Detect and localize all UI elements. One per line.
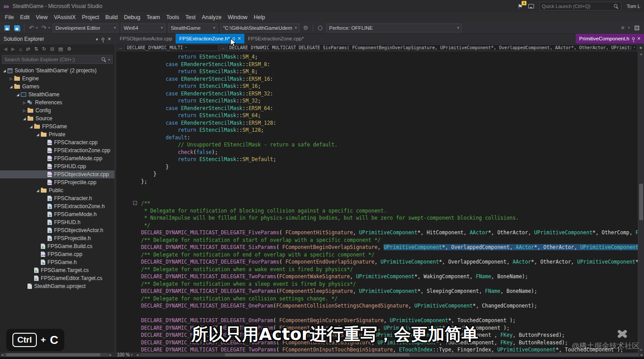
- code-editor[interactable]: return EStencilMask::SM_4; case ERendere…: [116, 53, 638, 352]
- solution-configurations-combo[interactable]: Development Editor▾: [53, 24, 118, 32]
- redo-icon[interactable]: ↷: [40, 24, 47, 32]
- list-icon[interactable]: ≡: [619, 24, 626, 32]
- menu-help[interactable]: Help: [251, 13, 268, 22]
- home-icon[interactable]: ⌂: [19, 47, 22, 52]
- expand-arrow-icon[interactable]: ▷: [22, 109, 27, 113]
- tree-item-fpsprojectile-h[interactable]: FPSProjectile.h: [0, 234, 114, 242]
- tree-item-fpsextractionzone-cpp[interactable]: FPSExtractionZone.cpp: [0, 146, 114, 154]
- tree-item-config[interactable]: ▷Config: [0, 107, 114, 114]
- code-line[interactable]: return EStencilMask::SM_64;: [141, 112, 638, 119]
- gear-icon[interactable]: ⚙: [302, 24, 309, 32]
- tree-item-fpshud-h[interactable]: FPSHUD.h: [0, 218, 114, 226]
- notifications-flag-icon[interactable]: ⚑1: [518, 3, 523, 10]
- window-position-icon[interactable]: ▾: [96, 37, 98, 42]
- solution-platforms-combo[interactable]: Win64▾: [121, 24, 165, 32]
- hscroll-thumb[interactable]: [6, 353, 100, 356]
- code-line[interactable]: case ERendererStencilMask::ERSM_128:: [141, 119, 638, 127]
- tree-item-public[interactable]: ◢Public: [0, 186, 114, 194]
- pin-icon[interactable]: [102, 38, 104, 40]
- vscroll-thumb[interactable]: [639, 184, 643, 220]
- undo-icon[interactable]: ↶: [28, 24, 35, 32]
- perforce-status-combo[interactable]: Perforce: OFFLINE▾: [326, 24, 462, 32]
- zoom-control[interactable]: 100 %▾: [115, 352, 134, 357]
- debug-target-path-combo[interactable]: "C:\GitHub\StealthGameUdemy\St▾: [220, 24, 299, 32]
- code-line[interactable]: [141, 310, 638, 317]
- code-line[interactable]: DECLARE_DYNAMIC_MULTICAST_DELEGATE_FourP…: [141, 258, 638, 266]
- expand-arrow-icon[interactable]: ◢: [35, 133, 40, 137]
- tree-item-stealthgame[interactable]: ◢StealthGame: [0, 91, 114, 99]
- code-line[interactable]: /**: [141, 200, 638, 207]
- tree-item-fpsextractionzone-h[interactable]: FPSExtractionZone.h: [0, 202, 114, 210]
- code-line[interactable]: case ERendererStencilMask::ERSM_64:: [141, 105, 638, 112]
- menu-project[interactable]: Project: [79, 13, 102, 22]
- feedback-icon[interactable]: [528, 4, 534, 8]
- code-line[interactable]: /** Delegate for notification of end of …: [141, 251, 638, 259]
- chevron-down-icon[interactable]: ▾: [108, 58, 110, 62]
- code-line[interactable]: };: [141, 178, 638, 185]
- code-line[interactable]: return EStencilMask::SM_128;: [141, 126, 638, 134]
- code-line[interactable]: DECLARE_DYNAMIC_MULTICAST_DELEGATE_FiveP…: [141, 229, 638, 237]
- back-icon[interactable]: ◀: [4, 46, 7, 52]
- menu-team[interactable]: Team: [143, 13, 163, 22]
- search-icon[interactable]: [614, 4, 619, 9]
- menu-edit[interactable]: Edit: [17, 13, 33, 22]
- hscroll-thumb[interactable]: [225, 353, 409, 356]
- startup-project-combo[interactable]: StealthGame▾: [168, 24, 218, 32]
- tree-item-fpscharacter-cpp[interactable]: FPSCharacter.cpp: [0, 138, 114, 146]
- sidebar-hscrollbar[interactable]: ◀ ▶: [0, 353, 114, 356]
- vassistx-status-icon[interactable]: ●: [639, 45, 642, 50]
- menu-tools[interactable]: Tools: [163, 13, 182, 22]
- code-line[interactable]: check(false);: [141, 149, 638, 156]
- tree-item-fpsgamemode-cpp[interactable]: FPSGameMode.cpp: [0, 154, 114, 162]
- code-line[interactable]: default:: [141, 134, 638, 142]
- scroll-left-icon[interactable]: ◀: [1, 353, 3, 356]
- code-line[interactable]: * NormalImpulse will be filled in for ph…: [141, 214, 638, 222]
- show-all-files-icon[interactable]: ▤: [58, 46, 63, 52]
- code-line[interactable]: case ERendererStencilMask::ERSM_8:: [141, 61, 638, 68]
- tree-item-games[interactable]: ◢Games: [0, 83, 114, 91]
- tree-item-source[interactable]: ◢Source: [0, 114, 114, 122]
- scope-dropdown[interactable]: DECLARE_DYNAMIC_MULTI▾: [125, 44, 219, 51]
- tree-item-solution-stealthgame-2-projects[interactable]: ◢Solution 'StealthGame' (2 projects): [0, 67, 114, 75]
- fold-toggle[interactable]: -: [133, 201, 137, 205]
- sync-with-active-document-icon[interactable]: ⇅: [34, 46, 38, 52]
- expand-arrow-icon[interactable]: ◢: [8, 85, 14, 89]
- menu-debug[interactable]: Debug: [121, 13, 143, 22]
- solution-search-input[interactable]: [4, 57, 102, 62]
- quick-launch-input[interactable]: [542, 4, 614, 9]
- tree-item-fpsgameeditor-target-cs[interactable]: FPSGameEditor.Target.cs: [0, 274, 114, 282]
- scroll-up-icon[interactable]: ▲: [638, 52, 644, 55]
- save-icon[interactable]: [4, 24, 11, 32]
- collapse-all-icon[interactable]: ⊟: [50, 46, 54, 52]
- tree-item-private[interactable]: ◢Private: [0, 130, 114, 138]
- code-line[interactable]: }: [141, 170, 638, 178]
- code-line[interactable]: DECLARE_DYNAMIC_MULTICAST_DELEGATE_TwoPa…: [141, 346, 638, 352]
- menu-window[interactable]: Window: [224, 13, 250, 22]
- redo-dropdown-icon[interactable]: ▾: [48, 26, 50, 30]
- expand-arrow-icon[interactable]: ◢: [15, 93, 20, 97]
- tree-item-fpshud-cpp[interactable]: FPSHUD.cpp: [0, 162, 114, 170]
- code-line[interactable]: // Unsupported EStencilMask - return a s…: [141, 141, 638, 149]
- tree-item-fpsgame[interactable]: ◢FPSGame: [0, 122, 114, 130]
- code-line[interactable]: return EStencilMask::SM_Default;: [141, 156, 638, 163]
- editor-vscrollbar[interactable]: ▲ ▼: [638, 51, 644, 352]
- close-icon[interactable]: ×: [108, 36, 111, 42]
- code-line[interactable]: /** Delegate for notification of start o…: [141, 237, 638, 244]
- close-icon[interactable]: ×: [238, 36, 241, 41]
- toolbar-options-icon[interactable]: ▾: [628, 26, 630, 30]
- solution-explorer-header[interactable]: Solution Explorer ▾ ×: [0, 34, 114, 44]
- expand-arrow-icon[interactable]: ◢: [2, 69, 7, 73]
- tree-item-fpsgame-cpp[interactable]: FPSGame.cpp: [0, 250, 114, 258]
- menu-vassistx[interactable]: VAssistX: [51, 13, 79, 22]
- code-line[interactable]: DECLARE_DYNAMIC_MULTICAST_DELEGATE_TwoPa…: [141, 273, 638, 280]
- undo-dropdown-icon[interactable]: ▾: [36, 26, 38, 30]
- code-line[interactable]: * Delegate for notification of blocking …: [141, 207, 638, 215]
- expand-arrow-icon[interactable]: ◢: [28, 125, 34, 129]
- properties-icon[interactable]: ⚙: [67, 46, 71, 52]
- member-dropdown[interactable]: DECLARE_DYNAMIC_MULTICAST_DELEGATE_SixPa…: [227, 44, 637, 51]
- tree-item-fpsgame-target-cs[interactable]: FPSGame.Target.cs: [0, 266, 114, 274]
- code-line[interactable]: [141, 185, 638, 193]
- tree-item-fpsgame-h[interactable]: FPSGame.h: [0, 258, 114, 266]
- expand-arrow-icon[interactable]: ▷: [22, 101, 27, 105]
- code-line[interactable]: return EStencilMask::SM_32;: [141, 97, 638, 105]
